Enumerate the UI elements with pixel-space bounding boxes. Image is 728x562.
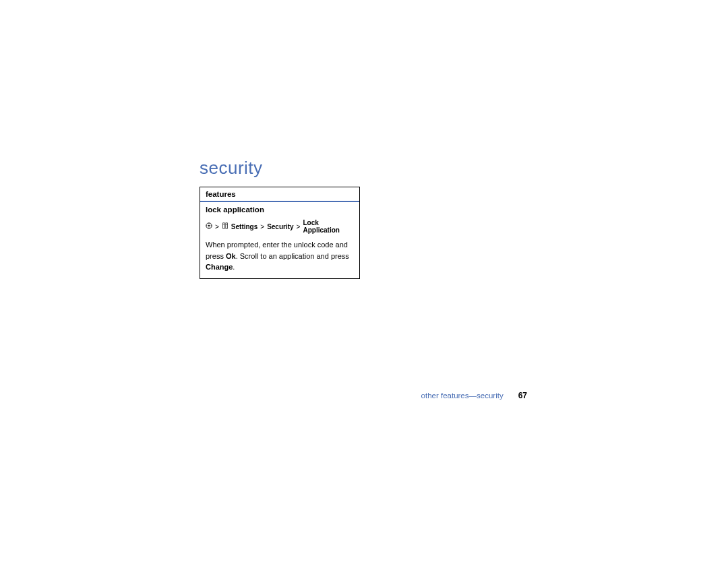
- nav-separator: >: [215, 223, 219, 230]
- svg-point-1: [208, 225, 210, 227]
- navigation-path: > Settings > Security > Lock Application: [200, 216, 359, 237]
- dpad-icon: [206, 222, 212, 230]
- page-footer: other features—security 67: [421, 391, 527, 400]
- nav-path-settings: Settings: [231, 223, 257, 230]
- nav-separator: >: [297, 223, 301, 230]
- desc-change: Change: [206, 263, 233, 271]
- desc-part2: . Scroll to an application and press: [236, 252, 349, 260]
- nav-path-lock-application: Lock Application: [303, 219, 354, 234]
- page-number: 67: [518, 391, 527, 400]
- nav-separator: >: [260, 223, 264, 230]
- nav-path-security: Security: [267, 223, 293, 230]
- desc-ok: Ok: [226, 252, 236, 260]
- svg-rect-7: [226, 223, 228, 228]
- features-table: features lock application >: [200, 187, 360, 279]
- svg-rect-6: [223, 223, 225, 228]
- desc-part3: .: [233, 263, 235, 271]
- feature-description: When prompted, enter the unlock code and…: [200, 237, 359, 278]
- feature-name: lock application: [200, 202, 359, 216]
- table-header: features: [200, 187, 359, 202]
- tools-icon: [222, 222, 229, 230]
- footer-section-label: other features—security: [421, 392, 504, 400]
- section-title: security: [200, 158, 360, 179]
- page-content: security features lock application >: [200, 158, 360, 279]
